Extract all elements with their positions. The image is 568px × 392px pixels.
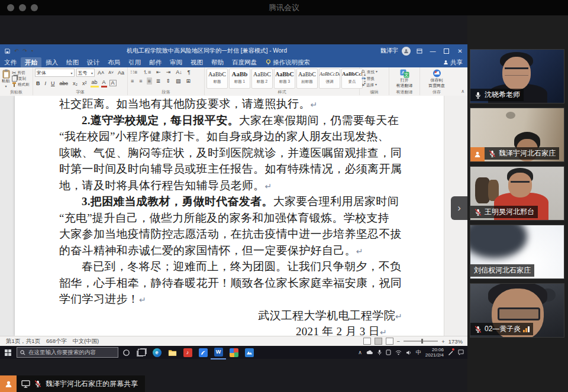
subscript-icon[interactable]: x₂: [72, 80, 79, 87]
onedrive-cloud-icon[interactable]: [366, 350, 373, 355]
share-document-button[interactable]: 共享: [443, 59, 463, 67]
youdao-translate-button[interactable]: A文 打开有道翻译: [391, 69, 418, 88]
cut-button[interactable]: ✂剪切: [12, 70, 30, 76]
ribbon-tab-文件[interactable]: 文件: [0, 57, 21, 68]
web-layout-icon[interactable]: [386, 338, 393, 345]
tray-chevron-up-icon[interactable]: ∧: [358, 349, 362, 355]
collapse-ribbon-icon[interactable]: ∧: [461, 89, 464, 94]
ime-indicator[interactable]: 中: [416, 349, 421, 357]
document-page[interactable]: 社交距离。如当地有其他防疫要求，请遵照执行。↵2.遵守学校规定，每日报平安。大家…: [15, 96, 444, 336]
change-case-icon[interactable]: Aa: [117, 69, 125, 76]
network-icon[interactable]: [395, 350, 402, 355]
cloud-app-button[interactable]: [241, 346, 257, 359]
ribbon-tab-插入[interactable]: 插入: [41, 57, 62, 68]
cortana-button[interactable]: [118, 346, 134, 359]
paste-button[interactable]: 粘贴▾: [2, 69, 10, 89]
restore-button[interactable]: [441, 46, 451, 56]
word-count[interactable]: 668个字: [46, 338, 67, 345]
zoom-in-icon[interactable]: +: [441, 338, 445, 345]
decrease-indent-icon[interactable]: ⇤: [155, 69, 162, 76]
ribbon-tab-引用[interactable]: 引用: [124, 57, 145, 68]
sidebar-collapse-toggle[interactable]: ›: [451, 196, 467, 220]
save-to-baidu-button[interactable]: 保存到百度网盘: [422, 69, 451, 88]
save-icon[interactable]: [5, 48, 10, 54]
italic-icon[interactable]: I: [44, 80, 48, 87]
taskbar-clock[interactable]: 20:06 2021/2/4: [425, 347, 444, 358]
bullets-icon[interactable]: ∷≡: [130, 69, 138, 76]
task-view-button[interactable]: [134, 346, 149, 359]
page-indicator[interactable]: 第1页，共1页: [6, 338, 40, 345]
ribbon-display-options-icon[interactable]: [414, 46, 424, 56]
netease-music-button[interactable]: ♪: [180, 346, 195, 359]
zoom-out-icon[interactable]: −: [397, 338, 401, 345]
participant-tile[interactable]: 02—黄子炎: [470, 283, 564, 338]
highlight-icon[interactable]: ab: [91, 79, 99, 88]
style-chip[interactable]: AaBb标题 1: [229, 69, 250, 89]
find-button[interactable]: 查找▾: [362, 69, 387, 75]
participant-tile[interactable]: 王明昊河北邢台: [470, 166, 564, 221]
superscript-icon[interactable]: x²: [81, 80, 88, 87]
ribbon-tab-布局[interactable]: 布局: [104, 57, 124, 68]
copy-button[interactable]: 复制: [12, 76, 30, 82]
increase-indent-icon[interactable]: ⇥: [165, 69, 172, 76]
participant-tile[interactable]: 魏泽宇河北石家庄: [470, 108, 564, 162]
microphone-tray-icon[interactable]: [377, 349, 382, 355]
strikethrough-icon[interactable]: abc: [59, 80, 70, 87]
word-taskbar-button[interactable]: W: [211, 345, 226, 359]
taskbar-search-box[interactable]: 在这里输入你要搜索的内容: [17, 347, 118, 358]
minimize-button[interactable]: —: [428, 46, 438, 56]
close-button[interactable]: ✕: [455, 46, 465, 56]
style-chip[interactable]: AaBbC标题: [206, 69, 228, 89]
account-avatar[interactable]: [402, 47, 411, 56]
phone-link-icon[interactable]: [386, 349, 391, 355]
style-chip[interactable]: AaBbC标题 3: [274, 69, 295, 89]
shading-icon[interactable]: ▨: [175, 77, 182, 85]
redo-icon[interactable]: ↷: [23, 48, 28, 54]
underline-icon[interactable]: U: [50, 80, 56, 87]
meeting-app-button[interactable]: [226, 346, 241, 359]
grow-font-icon[interactable]: A˄: [96, 69, 105, 76]
style-chip[interactable]: AaBbC副标题: [296, 69, 318, 89]
font-family-select[interactable]: 宋体▾: [35, 69, 75, 77]
ribbon-tab-百度网盘[interactable]: 百度网盘: [228, 57, 261, 68]
read-mode-icon[interactable]: [363, 338, 371, 345]
style-chip[interactable]: AaBbC标题 2: [251, 69, 273, 89]
participant-tile[interactable]: 刘信权河北石家庄: [470, 225, 564, 279]
show-marks-icon[interactable]: ¶: [186, 69, 192, 76]
volume-icon[interactable]: [406, 350, 412, 355]
participant-tile[interactable]: 沈晓希老师: [470, 49, 564, 103]
start-button[interactable]: [0, 346, 15, 359]
ribbon-tab-邮件[interactable]: 邮件: [145, 57, 166, 68]
align-left-icon[interactable]: ≡: [130, 77, 135, 85]
zoom-level[interactable]: 173%: [448, 338, 463, 345]
style-chip[interactable]: AaBbCcDc强调: [319, 69, 340, 89]
line-spacing-icon[interactable]: ⇕: [164, 77, 172, 85]
align-center-icon[interactable]: ≡: [138, 77, 143, 85]
ribbon-tab-审阅[interactable]: 审阅: [166, 57, 186, 68]
ribbon-tab-视图[interactable]: 视图: [186, 57, 207, 68]
bold-icon[interactable]: B: [35, 80, 41, 87]
format-painter-button[interactable]: 格式刷: [12, 82, 30, 88]
ribbon-tab-开始[interactable]: 开始: [21, 57, 41, 68]
numbering-icon[interactable]: ⒈≡: [141, 69, 152, 76]
ribbon-tab-设计[interactable]: 设计: [83, 57, 104, 68]
tell-me-search[interactable]: 操作说明搜索: [266, 59, 310, 67]
sort-icon[interactable]: A↓: [175, 69, 183, 76]
shrink-font-icon[interactable]: A˅: [107, 69, 115, 76]
undo-icon[interactable]: ↶: [14, 48, 19, 54]
borders-icon[interactable]: ⊞: [185, 77, 192, 85]
print-layout-icon[interactable]: [375, 338, 382, 345]
font-color-icon[interactable]: A: [101, 79, 107, 88]
zoom-slider[interactable]: [404, 341, 438, 342]
ink-workspace-icon[interactable]: [448, 349, 454, 355]
ribbon-tab-绘图[interactable]: 绘图: [62, 57, 83, 68]
select-button[interactable]: ➤选择▾: [362, 82, 387, 88]
font-size-select[interactable]: 五号▾: [76, 69, 95, 77]
file-explorer-button[interactable]: [164, 346, 180, 359]
action-center-icon[interactable]: [458, 349, 464, 355]
replace-button[interactable]: ab替换: [362, 75, 387, 82]
justify-icon[interactable]: ≡: [147, 77, 152, 85]
language-indicator[interactable]: 中文(中国): [73, 338, 99, 345]
youdao-dict-button[interactable]: [195, 346, 211, 359]
edge-button[interactable]: e: [149, 346, 164, 359]
